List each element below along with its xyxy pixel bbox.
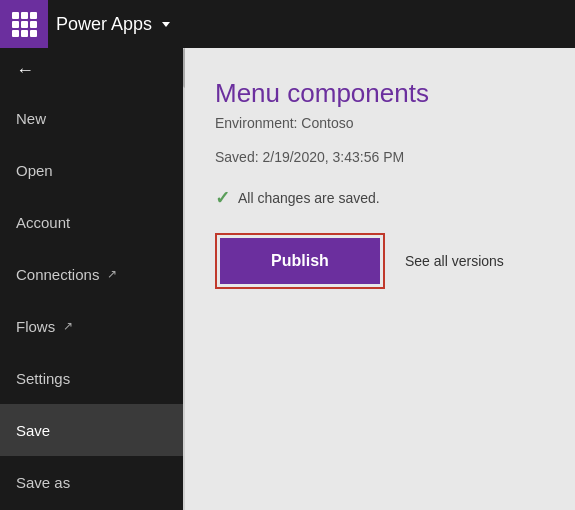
sidebar-item-account[interactable]: Account — [0, 196, 185, 248]
waffle-button[interactable] — [0, 0, 48, 48]
content-environment: Environment: Contoso — [215, 115, 545, 131]
external-link-icon: ↗ — [107, 267, 117, 281]
back-arrow-icon: ← — [16, 60, 34, 81]
publish-button-wrapper: Publish — [215, 233, 385, 289]
actions-row: Publish See all versions — [215, 233, 545, 289]
sidebar-item-save[interactable]: Save — [0, 404, 185, 456]
sidebar-item-save-label: Save — [16, 422, 50, 439]
sidebar-item-open-label: Open — [16, 162, 53, 179]
checkmark-icon: ✓ — [215, 187, 230, 209]
see-all-versions-link[interactable]: See all versions — [405, 253, 504, 269]
publish-button[interactable]: Publish — [220, 238, 380, 284]
external-link-icon-flows: ↗ — [63, 319, 73, 333]
changes-status-row: ✓ All changes are saved. — [215, 187, 545, 209]
waffle-grid-icon — [12, 12, 37, 37]
sidebar-item-settings[interactable]: Settings — [0, 352, 185, 404]
content-title: Menu components — [215, 78, 545, 109]
main-content: Menu components Environment: Contoso Sav… — [185, 48, 575, 510]
sidebar-item-flows[interactable]: Flows ↗ — [0, 300, 185, 352]
sidebar-item-flows-label: Flows — [16, 318, 55, 335]
content-saved-time: Saved: 2/19/2020, 3:43:56 PM — [215, 149, 545, 165]
sidebar-item-open[interactable]: Open — [0, 144, 185, 196]
sidebar-item-save-as[interactable]: Save as — [0, 456, 185, 508]
app-title[interactable]: Power Apps — [56, 14, 170, 35]
changes-status-text: All changes are saved. — [238, 190, 380, 206]
sidebar-item-new[interactable]: New — [0, 92, 185, 144]
sidebar-item-connections-label: Connections — [16, 266, 99, 283]
sidebar-item-settings-label: Settings — [16, 370, 70, 387]
sidebar-item-new-label: New — [16, 110, 46, 127]
chevron-down-icon — [162, 22, 170, 27]
app-title-text: Power Apps — [56, 14, 152, 35]
sidebar-item-connections[interactable]: Connections ↗ — [0, 248, 185, 300]
sidebar: ← New Open Account Connections ↗ Flows ↗… — [0, 48, 185, 510]
sidebar-item-account-label: Account — [16, 214, 70, 231]
sidebar-item-save-as-label: Save as — [16, 474, 70, 491]
top-bar: Power Apps — [0, 0, 575, 48]
back-button[interactable]: ← — [0, 48, 185, 92]
